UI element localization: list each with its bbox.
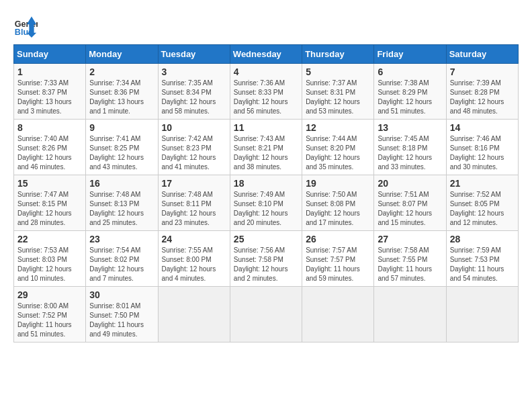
calendar-cell: 2Sunrise: 7:34 AMSunset: 8:36 PMDaylight… (86, 64, 158, 120)
day-info: Sunrise: 7:56 AMSunset: 7:58 PMDaylight:… (234, 246, 298, 283)
logo-icon: General Blue (13, 13, 38, 38)
weekday-header-sunday: Sunday (14, 45, 86, 64)
calendar-cell: 13Sunrise: 7:45 AMSunset: 8:18 PMDayligh… (374, 120, 446, 175)
day-info: Sunrise: 8:00 AMSunset: 7:52 PMDaylight:… (17, 302, 82, 339)
day-info: Sunrise: 7:52 AMSunset: 8:05 PMDaylight:… (450, 190, 515, 228)
day-number: 15 (17, 178, 82, 189)
calendar-cell: 23Sunrise: 7:54 AMSunset: 8:02 PMDayligh… (86, 231, 158, 287)
day-info: Sunrise: 7:38 AMSunset: 8:29 PMDaylight:… (378, 79, 442, 116)
calendar-cell: 7Sunrise: 7:39 AMSunset: 8:28 PMDaylight… (446, 64, 518, 120)
calendar-week-2: 8Sunrise: 7:40 AMSunset: 8:26 PMDaylight… (14, 120, 519, 175)
day-number: 6 (378, 66, 442, 77)
day-number: 16 (89, 178, 154, 189)
day-number: 30 (89, 289, 154, 300)
day-number: 18 (234, 178, 298, 189)
calendar-cell: 21Sunrise: 7:52 AMSunset: 8:05 PMDayligh… (446, 175, 518, 231)
day-number: 28 (450, 234, 515, 244)
day-info: Sunrise: 7:43 AMSunset: 8:21 PMDaylight:… (234, 134, 298, 172)
day-info: Sunrise: 7:36 AMSunset: 8:33 PMDaylight:… (234, 79, 298, 116)
day-info: Sunrise: 7:49 AMSunset: 8:10 PMDaylight:… (234, 190, 298, 228)
calendar-week-3: 15Sunrise: 7:47 AMSunset: 8:15 PMDayligh… (14, 175, 519, 231)
day-info: Sunrise: 7:46 AMSunset: 8:16 PMDaylight:… (450, 134, 515, 172)
calendar-table: SundayMondayTuesdayWednesdayThursdayFrid… (13, 44, 519, 342)
day-info: Sunrise: 7:48 AMSunset: 8:13 PMDaylight:… (89, 190, 154, 228)
calendar-week-5: 29Sunrise: 8:00 AMSunset: 7:52 PMDayligh… (14, 287, 519, 342)
day-info: Sunrise: 7:37 AMSunset: 8:31 PMDaylight:… (306, 79, 370, 116)
calendar-cell: 24Sunrise: 7:55 AMSunset: 8:00 PMDayligh… (158, 231, 230, 287)
calendar-cell: 19Sunrise: 7:50 AMSunset: 8:08 PMDayligh… (302, 175, 374, 231)
day-number: 12 (306, 122, 370, 133)
day-info: Sunrise: 7:42 AMSunset: 8:23 PMDaylight:… (162, 134, 226, 172)
weekday-header-thursday: Thursday (302, 45, 374, 64)
day-info: Sunrise: 7:57 AMSunset: 7:57 PMDaylight:… (306, 246, 370, 283)
day-info: Sunrise: 7:59 AMSunset: 7:53 PMDaylight:… (450, 246, 515, 283)
day-info: Sunrise: 7:55 AMSunset: 8:00 PMDaylight:… (162, 246, 226, 283)
weekday-header-monday: Monday (86, 45, 158, 64)
day-info: Sunrise: 7:35 AMSunset: 8:34 PMDaylight:… (162, 79, 226, 116)
day-info: Sunrise: 8:01 AMSunset: 7:50 PMDaylight:… (89, 302, 154, 339)
calendar-cell: 9Sunrise: 7:41 AMSunset: 8:25 PMDaylight… (86, 120, 158, 175)
logo: General Blue (13, 13, 38, 38)
day-info: Sunrise: 7:40 AMSunset: 8:26 PMDaylight:… (17, 134, 82, 172)
day-number: 10 (162, 122, 226, 133)
calendar-cell: 27Sunrise: 7:58 AMSunset: 7:55 PMDayligh… (374, 231, 446, 287)
calendar-cell: 15Sunrise: 7:47 AMSunset: 8:15 PMDayligh… (14, 175, 86, 231)
calendar-cell (302, 287, 374, 342)
day-info: Sunrise: 7:39 AMSunset: 8:28 PMDaylight:… (450, 79, 515, 116)
day-info: Sunrise: 7:54 AMSunset: 8:02 PMDaylight:… (89, 246, 154, 283)
weekday-header-wednesday: Wednesday (230, 45, 302, 64)
day-number: 26 (306, 234, 370, 244)
calendar-cell: 3Sunrise: 7:35 AMSunset: 8:34 PMDaylight… (158, 64, 230, 120)
day-number: 19 (306, 178, 370, 189)
calendar-week-1: 1Sunrise: 7:33 AMSunset: 8:37 PMDaylight… (14, 64, 519, 120)
calendar-cell: 22Sunrise: 7:53 AMSunset: 8:03 PMDayligh… (14, 231, 86, 287)
day-info: Sunrise: 7:47 AMSunset: 8:15 PMDaylight:… (17, 190, 82, 228)
day-number: 27 (378, 234, 442, 244)
day-number: 11 (234, 122, 298, 133)
day-number: 22 (17, 234, 82, 244)
calendar-cell: 26Sunrise: 7:57 AMSunset: 7:57 PMDayligh… (302, 231, 374, 287)
calendar-week-4: 22Sunrise: 7:53 AMSunset: 8:03 PMDayligh… (14, 231, 519, 287)
day-number: 1 (17, 66, 82, 77)
calendar-cell: 11Sunrise: 7:43 AMSunset: 8:21 PMDayligh… (230, 120, 302, 175)
calendar-cell: 25Sunrise: 7:56 AMSunset: 7:58 PMDayligh… (230, 231, 302, 287)
day-number: 13 (378, 122, 442, 133)
day-number: 23 (89, 234, 154, 244)
calendar-cell (446, 287, 518, 342)
day-info: Sunrise: 7:53 AMSunset: 8:03 PMDaylight:… (17, 246, 82, 283)
calendar-cell: 18Sunrise: 7:49 AMSunset: 8:10 PMDayligh… (230, 175, 302, 231)
day-number: 24 (162, 234, 226, 244)
calendar-cell: 14Sunrise: 7:46 AMSunset: 8:16 PMDayligh… (446, 120, 518, 175)
calendar-cell: 29Sunrise: 8:00 AMSunset: 7:52 PMDayligh… (14, 287, 86, 342)
day-info: Sunrise: 7:50 AMSunset: 8:08 PMDaylight:… (306, 190, 370, 228)
weekday-header-row: SundayMondayTuesdayWednesdayThursdayFrid… (14, 45, 519, 64)
calendar-cell: 4Sunrise: 7:36 AMSunset: 8:33 PMDaylight… (230, 64, 302, 120)
day-number: 17 (162, 178, 226, 189)
day-number: 8 (17, 122, 82, 133)
day-info: Sunrise: 7:34 AMSunset: 8:36 PMDaylight:… (89, 79, 154, 116)
weekday-header-friday: Friday (374, 45, 446, 64)
calendar-cell: 5Sunrise: 7:37 AMSunset: 8:31 PMDaylight… (302, 64, 374, 120)
day-number: 9 (89, 122, 154, 133)
day-info: Sunrise: 7:45 AMSunset: 8:18 PMDaylight:… (378, 134, 442, 172)
calendar-cell (374, 287, 446, 342)
header: General Blue (13, 13, 519, 38)
calendar-cell: 8Sunrise: 7:40 AMSunset: 8:26 PMDaylight… (14, 120, 86, 175)
day-info: Sunrise: 7:33 AMSunset: 8:37 PMDaylight:… (17, 79, 82, 116)
day-number: 21 (450, 178, 515, 189)
calendar-cell: 20Sunrise: 7:51 AMSunset: 8:07 PMDayligh… (374, 175, 446, 231)
calendar-cell: 17Sunrise: 7:48 AMSunset: 8:11 PMDayligh… (158, 175, 230, 231)
calendar-cell: 28Sunrise: 7:59 AMSunset: 7:53 PMDayligh… (446, 231, 518, 287)
day-number: 7 (450, 66, 515, 77)
day-info: Sunrise: 7:58 AMSunset: 7:55 PMDaylight:… (378, 246, 442, 283)
calendar-cell: 10Sunrise: 7:42 AMSunset: 8:23 PMDayligh… (158, 120, 230, 175)
weekday-header-saturday: Saturday (446, 45, 518, 64)
calendar-cell: 16Sunrise: 7:48 AMSunset: 8:13 PMDayligh… (86, 175, 158, 231)
calendar-cell: 6Sunrise: 7:38 AMSunset: 8:29 PMDaylight… (374, 64, 446, 120)
weekday-header-tuesday: Tuesday (158, 45, 230, 64)
day-number: 3 (162, 66, 226, 77)
day-info: Sunrise: 7:48 AMSunset: 8:11 PMDaylight:… (162, 190, 226, 228)
calendar-cell: 30Sunrise: 8:01 AMSunset: 7:50 PMDayligh… (86, 287, 158, 342)
calendar-cell (230, 287, 302, 342)
day-number: 2 (89, 66, 154, 77)
